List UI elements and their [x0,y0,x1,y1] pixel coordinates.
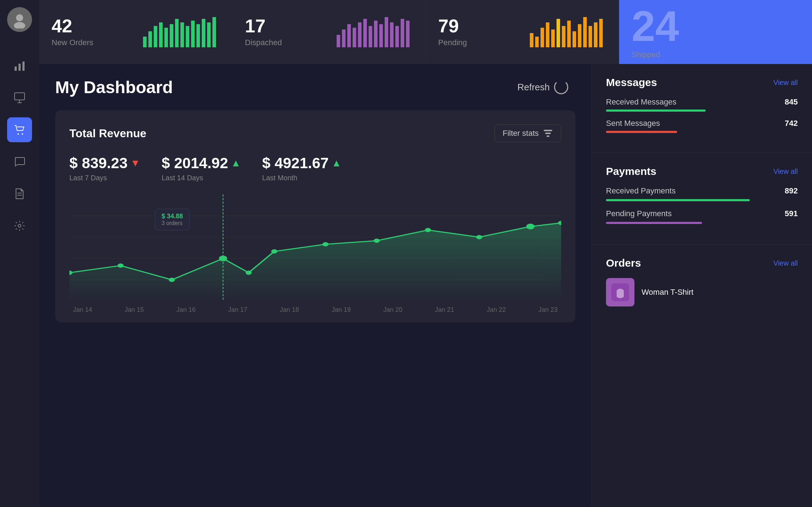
svg-rect-46 [557,19,560,47]
svg-rect-19 [175,19,179,47]
right-panel: Messages View all Received Messages 845 … [591,64,812,507]
svg-point-70 [425,228,431,232]
svg-rect-52 [589,26,592,47]
svg-rect-36 [385,17,388,47]
revenue-14days-period: Last 14 Days [162,174,241,182]
avatar[interactable] [7,7,32,32]
fourth-number: 24 [632,5,800,47]
sidebar-item-presentation[interactable] [7,85,32,110]
svg-rect-33 [369,26,372,47]
up-arrow-icon-2: ▲ [332,158,342,169]
svg-point-64 [169,278,175,282]
svg-rect-24 [202,19,205,47]
revenue-7days-amount: $ 839.23 ▼ [69,155,140,172]
x-label-7: Jan 21 [435,306,454,314]
order-item-0: Woman T-Shirt [606,278,798,306]
main-content: 42 New Orders [39,0,812,507]
dispatched-chart [337,15,415,49]
svg-point-66 [246,271,252,275]
up-arrow-icon: ▲ [231,158,241,169]
pending-payments-value: 591 [785,209,798,218]
order-thumbnail-0 [606,278,634,306]
sidebar [0,0,39,507]
svg-rect-4 [22,62,25,71]
stat-card-new-orders: 42 New Orders [39,0,232,64]
filter-stats-button[interactable]: Filter stats [495,124,561,142]
x-label-1: Jan 15 [125,306,144,314]
revenue-14days: $ 2014.92 ▲ Last 14 Days [162,155,241,182]
svg-rect-14 [148,31,152,47]
svg-rect-26 [212,17,216,47]
revenue-month: $ 4921.67 ▲ Last Month [262,155,342,182]
revenue-month-amount: $ 4921.67 ▲ [262,155,342,172]
sidebar-nav [7,53,32,238]
svg-point-9 [22,133,23,135]
line-chart-svg [69,194,561,301]
dashboard-header: My Dashboard Refresh [55,76,575,98]
messages-section: Messages View all Received Messages 845 … [592,64,812,153]
svg-rect-30 [353,28,356,47]
stat-card-pending: 79 Pending [426,0,619,64]
svg-rect-21 [186,26,189,47]
svg-rect-50 [578,24,581,47]
tooltip-orders: 3 orders [162,220,183,226]
x-label-0: Jan 14 [73,306,92,314]
sidebar-item-settings[interactable] [7,213,32,238]
revenue-7days-period: Last 7 Days [69,174,140,182]
svg-rect-48 [567,21,571,47]
sidebar-item-orders[interactable] [7,117,32,142]
svg-point-12 [18,224,21,227]
svg-point-71 [476,235,482,239]
tooltip-amount: $ 34.88 [162,213,183,220]
svg-rect-57 [547,135,549,137]
orders-view-all[interactable]: View all [773,259,798,267]
svg-rect-27 [337,35,340,47]
svg-rect-29 [347,24,351,47]
received-messages-label: Received Messages [606,97,676,107]
svg-point-0 [16,14,23,21]
x-label-2: Jan 16 [176,306,196,314]
svg-rect-49 [573,31,576,47]
revenue-month-period: Last Month [262,174,342,182]
svg-rect-17 [164,28,168,47]
svg-rect-13 [143,37,147,47]
x-label-3: Jan 17 [228,306,247,314]
pending-payments-bar [606,222,702,224]
revenue-numbers: $ 839.23 ▼ Last 7 Days $ 2014.92 ▲ Last … [69,155,561,182]
sidebar-item-analytics[interactable] [7,53,32,78]
svg-rect-38 [395,26,399,47]
sidebar-item-messages[interactable] [7,149,32,174]
svg-rect-15 [154,26,157,47]
svg-rect-42 [535,37,539,47]
pending-payments-item: Pending Payments 591 [606,209,798,224]
svg-point-1 [14,22,25,28]
sidebar-item-documents[interactable] [7,181,32,206]
svg-rect-53 [594,22,597,47]
svg-rect-47 [562,26,565,47]
down-arrow-icon: ▼ [131,158,141,169]
payments-view-all[interactable]: View all [773,167,798,176]
svg-rect-32 [363,19,367,47]
refresh-button[interactable]: Refresh [510,76,575,98]
orders-section: Orders View all Woman T-Shirt [592,245,812,507]
x-label-9: Jan 23 [538,306,558,314]
svg-rect-44 [546,22,549,47]
stat-card-fourth: 24 Shipped [619,0,812,64]
new-orders-chart [143,15,221,49]
svg-rect-2 [15,66,17,71]
svg-rect-40 [406,21,410,47]
stat-card-dispatched: 17 Dispached [232,0,426,64]
filter-icon [543,128,553,138]
messages-view-all[interactable]: View all [773,79,798,87]
svg-rect-3 [19,64,21,71]
svg-rect-35 [379,24,383,47]
revenue-7days: $ 839.23 ▼ Last 7 Days [69,155,140,182]
svg-point-8 [17,133,19,135]
messages-header: Messages View all [606,76,798,89]
refresh-label: Refresh [517,82,550,93]
filter-stats-label: Filter stats [503,129,539,138]
payments-header: Payments View all [606,165,798,177]
main-panel: My Dashboard Refresh Total Revenue Filte… [39,64,591,507]
svg-rect-23 [196,24,200,47]
stat-cards: 42 New Orders [39,0,812,64]
